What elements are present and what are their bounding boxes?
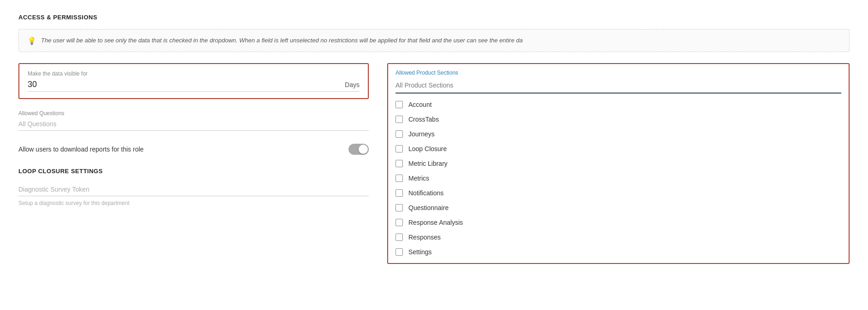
checkbox-responses[interactable]: [396, 234, 403, 241]
dropdown-item-response-analysis[interactable]: Response Analysis: [388, 215, 849, 230]
checkbox-metric-library[interactable]: [396, 160, 403, 167]
dropdown-item-label-account: Account: [408, 101, 432, 108]
checkbox-questionnaire[interactable]: [396, 204, 403, 211]
dropdown-item-metric-library[interactable]: Metric Library: [388, 156, 849, 171]
allowed-questions-value[interactable]: All Questions: [18, 120, 369, 131]
diagnostic-sublabel: Setup a diagnostic survey for this depar…: [18, 200, 369, 206]
dropdown-item-label-loop-closure: Loop Closure: [408, 145, 447, 152]
info-banner-text: The user will be able to see only the da…: [41, 36, 523, 45]
access-permissions-title: ACCESS & PERMISSIONS: [18, 14, 850, 21]
info-banner: 💡 The user will be able to see only the …: [18, 29, 850, 52]
dropdown-list: AccountCrossTabsJourneysLoop ClosureMetr…: [388, 94, 849, 263]
left-panel: Make the data visible for 30 Days Allowe…: [18, 63, 369, 206]
dropdown-item-label-metrics: Metrics: [408, 175, 429, 182]
dropdown-item-metrics[interactable]: Metrics: [388, 171, 849, 186]
download-toggle-row: Allow users to download reports for this…: [18, 144, 369, 155]
checkbox-crosstabs[interactable]: [396, 116, 403, 123]
page-container: ACCESS & PERMISSIONS 💡 The user will be …: [0, 0, 868, 278]
visibility-unit: Days: [345, 81, 360, 88]
dropdown-item-label-metric-library: Metric Library: [408, 160, 448, 167]
diagnostic-label: Diagnostic Survey Token: [18, 186, 369, 196]
diagnostic-group: Diagnostic Survey Token Setup a diagnost…: [18, 186, 369, 206]
right-panel: Allowed Product Sections AccountCrossTab…: [387, 63, 850, 264]
visibility-value: 30: [28, 80, 37, 89]
download-toggle-switch[interactable]: [348, 144, 369, 155]
dropdown-item-label-journeys: Journeys: [408, 130, 435, 138]
dropdown-item-loop-closure[interactable]: Loop Closure: [388, 141, 849, 156]
info-icon: 💡: [27, 36, 36, 45]
allowed-product-sections-label: Allowed Product Sections: [396, 70, 841, 76]
dropdown-item-label-responses: Responses: [408, 234, 441, 241]
dropdown-item-notifications[interactable]: Notifications: [388, 186, 849, 200]
allowed-questions-label: Allowed Questions: [18, 110, 369, 117]
dropdown-item-crosstabs[interactable]: CrossTabs: [388, 112, 849, 127]
visibility-value-row: 30 Days: [28, 80, 360, 92]
product-sections-search-input[interactable]: [396, 80, 841, 94]
dropdown-item-account[interactable]: Account: [388, 97, 849, 112]
checkbox-journeys[interactable]: [396, 130, 403, 138]
main-content: Make the data visible for 30 Days Allowe…: [18, 63, 850, 264]
checkbox-metrics[interactable]: [396, 175, 403, 182]
checkbox-settings[interactable]: [396, 248, 403, 256]
checkbox-response-analysis[interactable]: [396, 219, 403, 226]
dropdown-item-journeys[interactable]: Journeys: [388, 127, 849, 141]
checkbox-notifications[interactable]: [396, 189, 403, 197]
allowed-questions-group: Allowed Questions All Questions: [18, 110, 369, 131]
dropdown-item-label-notifications: Notifications: [408, 189, 443, 197]
dropdown-item-label-crosstabs: CrossTabs: [408, 116, 439, 123]
loop-closure-title: LOOP CLOSURE SETTINGS: [18, 168, 369, 175]
dropdown-item-label-questionnaire: Questionnaire: [408, 204, 449, 211]
download-toggle-label: Allow users to download reports for this…: [18, 146, 144, 153]
visibility-label: Make the data visible for: [28, 70, 360, 77]
dropdown-item-settings[interactable]: Settings: [388, 245, 849, 259]
dropdown-item-label-response-analysis: Response Analysis: [408, 219, 463, 226]
dropdown-header: Allowed Product Sections: [388, 64, 849, 94]
product-sections-dropdown: Allowed Product Sections AccountCrossTab…: [387, 63, 850, 264]
visibility-box: Make the data visible for 30 Days: [18, 63, 369, 99]
dropdown-item-label-settings: Settings: [408, 248, 432, 256]
checkbox-account[interactable]: [396, 101, 403, 108]
checkbox-loop-closure[interactable]: [396, 145, 403, 152]
dropdown-item-questionnaire[interactable]: Questionnaire: [388, 200, 849, 215]
dropdown-item-responses[interactable]: Responses: [388, 230, 849, 245]
